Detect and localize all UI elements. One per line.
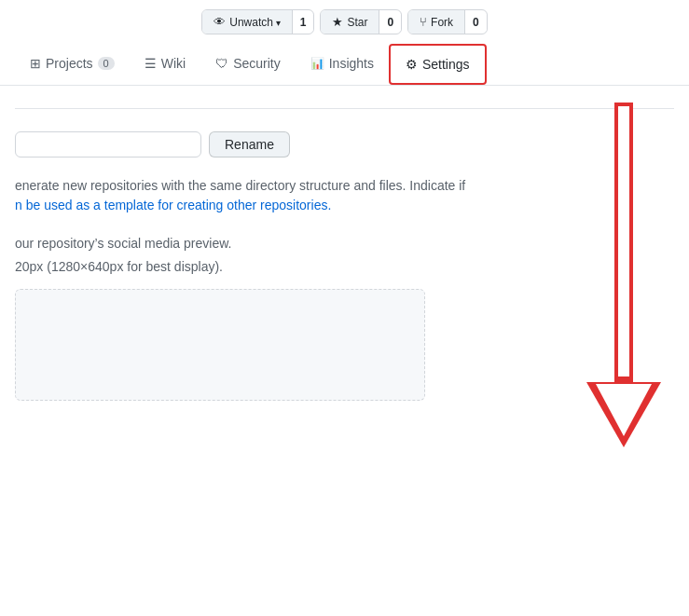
tab-security[interactable]: 🛡 Security [200, 45, 296, 84]
tab-insights-label: Insights [329, 56, 374, 71]
eye-icon: 👁 [214, 15, 226, 29]
star-icon: ★ [332, 15, 343, 29]
description-text: enerate new repositories with the same d… [15, 176, 481, 215]
unwatch-count[interactable]: 1 [293, 14, 314, 31]
unwatch-group: 👁 Unwatch 1 [201, 9, 314, 34]
insights-icon: 📊 [310, 57, 324, 70]
projects-icon: ⊞ [30, 56, 41, 71]
fork-group: ⑂ Fork 0 [407, 9, 488, 34]
tab-wiki[interactable]: ☰ Wiki [130, 45, 200, 84]
description-part1: enerate new repositories with the same d… [15, 178, 465, 193]
rename-button[interactable]: Rename [209, 131, 290, 157]
star-group: ★ Star 0 [320, 9, 402, 34]
social-label: our repository’s social media preview. [15, 234, 674, 253]
fork-label: Fork [431, 16, 453, 29]
main-content: Rename enerate new repositories with the… [0, 86, 689, 423]
nav-tabs: ⊞ Projects 0 ☰ Wiki 🛡 Security 📊 Insight… [0, 44, 689, 86]
security-icon: 🛡 [215, 56, 228, 71]
tab-wiki-label: Wiki [161, 56, 186, 71]
upload-box[interactable] [15, 289, 425, 401]
rename-input[interactable] [15, 131, 201, 157]
wiki-icon: ☰ [145, 56, 157, 71]
tab-settings[interactable]: ⚙ Settings [389, 44, 487, 85]
star-button[interactable]: ★ Star [321, 10, 379, 34]
tab-insights[interactable]: 📊 Insights [296, 45, 389, 84]
rename-row: Rename [15, 131, 674, 157]
fork-count[interactable]: 0 [465, 14, 487, 31]
fork-icon: ⑂ [420, 15, 427, 29]
tab-projects[interactable]: ⊞ Projects 0 [15, 45, 130, 84]
settings-icon: ⚙ [406, 57, 418, 72]
tab-settings-label: Settings [422, 57, 470, 72]
star-count[interactable]: 0 [379, 14, 401, 31]
unwatch-label: Unwatch [229, 16, 280, 29]
divider-top [15, 108, 674, 109]
tab-security-label: Security [233, 56, 281, 71]
tab-projects-label: Projects [46, 56, 93, 71]
action-bar: 👁 Unwatch 1 ★ Star 0 ⑂ Fork 0 [0, 0, 689, 44]
social-sub: 20px (1280×640px for best display). [15, 259, 674, 274]
description-link[interactable]: n be used as a template for creating oth… [15, 198, 331, 212]
social-label-text: our repository’s social media preview. [15, 236, 231, 251]
fork-button[interactable]: ⑂ Fork [408, 10, 465, 34]
unwatch-button[interactable]: 👁 Unwatch [202, 10, 292, 34]
projects-count-badge: 0 [98, 57, 115, 70]
star-label: Star [347, 16, 367, 29]
